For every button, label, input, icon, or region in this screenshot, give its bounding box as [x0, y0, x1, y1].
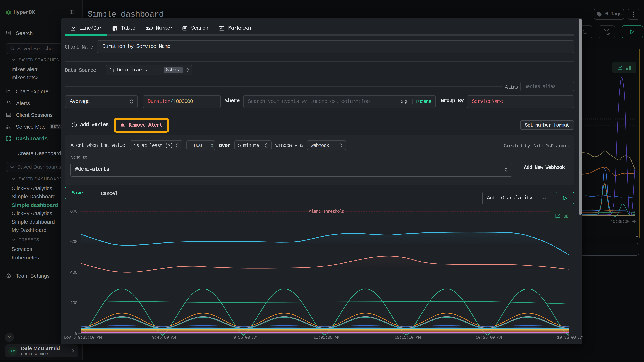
svg-text:0: 0	[75, 331, 78, 336]
svg-text:800: 800	[70, 209, 77, 214]
svg-text:Alert Threshold: Alert Threshold	[309, 209, 344, 214]
svg-text:400: 400	[70, 270, 77, 275]
svg-text:Nov 6 9:35:00 AM: Nov 6 9:35:00 AM	[64, 335, 102, 340]
svg-text:10:35:00 AM: 10:35:00 AM	[557, 335, 583, 340]
svg-text:10:25:00 AM: 10:25:00 AM	[476, 335, 502, 340]
svg-text:10:35:00 AM: 10:35:00 AM	[610, 219, 636, 224]
svg-text:200: 200	[70, 301, 77, 306]
svg-text:10:15:00 AM: 10:15:00 AM	[394, 335, 420, 340]
svg-text:10:05:00 AM: 10:05:00 AM	[313, 335, 339, 340]
svg-text:600: 600	[70, 239, 77, 245]
svg-text:9:55:00 AM: 9:55:00 AM	[233, 335, 257, 340]
svg-text:9:45:00 AM: 9:45:00 AM	[152, 335, 176, 340]
